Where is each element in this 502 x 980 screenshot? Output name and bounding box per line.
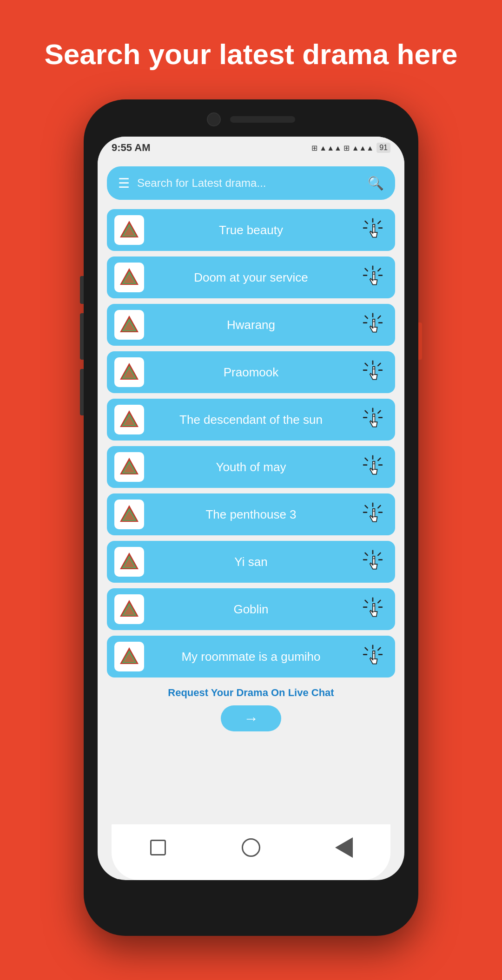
arrow-icon: →	[244, 710, 258, 727]
svg-line-31	[378, 363, 380, 366]
phone-screen: 9:55 AM ⊞ ▲▲▲ ⊞ ▲▲▲ 91 ☰ Search for Late…	[98, 137, 404, 880]
drama-list-item[interactable]: Praomook	[107, 351, 395, 393]
svg-rect-62	[373, 511, 375, 517]
phone-mockup: 9:55 AM ⊞ ▲▲▲ ⊞ ▲▲▲ 91 ☰ Search for Late…	[84, 99, 418, 936]
svg-line-41	[365, 411, 368, 413]
arrow-btn-container: →	[107, 705, 395, 731]
svg-rect-26	[373, 322, 375, 327]
drama-name: True beauty	[150, 223, 352, 237]
drama-name: My roommate is a gumiho	[150, 650, 352, 664]
svg-line-49	[378, 458, 380, 460]
phone-speaker	[230, 116, 295, 123]
nav-circle-icon	[242, 838, 260, 857]
svg-rect-89	[373, 653, 375, 659]
click-cursor-icon	[358, 357, 388, 387]
nav-triangle-icon	[335, 837, 353, 858]
drama-name: Praomook	[150, 365, 352, 380]
bottom-nav	[112, 824, 390, 880]
svg-rect-17	[373, 274, 375, 280]
svg-rect-53	[373, 464, 375, 469]
phone-camera-bar	[207, 112, 295, 126]
drama-name: Youth of may	[150, 460, 352, 474]
drama-icon	[114, 500, 144, 529]
drama-list-item[interactable]: The penthouse 3	[107, 493, 395, 535]
svg-line-32	[365, 363, 368, 366]
svg-line-50	[365, 458, 368, 460]
nav-back-button[interactable]	[146, 836, 170, 859]
page-title: Search your latest drama here	[16, 37, 485, 72]
drama-icon	[114, 215, 144, 245]
svg-line-77	[365, 600, 368, 603]
click-cursor-icon	[358, 215, 388, 245]
drama-icon	[114, 310, 144, 340]
svg-line-58	[378, 506, 380, 508]
nav-recent-button[interactable]	[332, 836, 356, 859]
app-content: ☰ Search for Latest drama... 🔍 True beau…	[98, 159, 404, 848]
search-placeholder[interactable]: Search for Latest drama...	[137, 177, 360, 190]
svg-line-5	[365, 221, 368, 224]
svg-line-85	[378, 648, 380, 650]
drama-list-item[interactable]: Goblin	[107, 588, 395, 630]
drama-name: Yi san	[150, 555, 352, 569]
click-cursor-icon	[358, 547, 388, 577]
drama-name: The penthouse 3	[150, 507, 352, 522]
drama-name: Goblin	[150, 602, 352, 617]
drama-icon	[114, 263, 144, 292]
svg-line-40	[378, 411, 380, 413]
volume-button	[418, 322, 422, 360]
arrow-button[interactable]: →	[221, 705, 281, 731]
drama-icon	[114, 642, 144, 671]
drama-list-item[interactable]: True beauty	[107, 209, 395, 251]
click-cursor-icon	[358, 263, 388, 292]
drama-list-item[interactable]: Youth of may	[107, 446, 395, 488]
phone-shell: 9:55 AM ⊞ ▲▲▲ ⊞ ▲▲▲ 91 ☰ Search for Late…	[84, 99, 418, 936]
drama-list-item[interactable]: My roommate is a gumiho	[107, 636, 395, 677]
drama-list-item[interactable]: Hwarang	[107, 304, 395, 346]
drama-name: The descendant of the sun	[150, 413, 352, 427]
svg-rect-8	[373, 227, 375, 232]
drama-name: Hwarang	[150, 318, 352, 332]
vol-down-button	[80, 369, 84, 415]
svg-rect-35	[373, 369, 375, 375]
click-cursor-icon	[358, 500, 388, 529]
drama-icon	[114, 452, 144, 482]
battery-icon: 91	[376, 143, 390, 153]
power-button	[80, 276, 84, 304]
phone-camera	[207, 112, 221, 126]
click-cursor-icon	[358, 642, 388, 671]
svg-line-4	[378, 221, 380, 224]
drama-icon	[114, 405, 144, 434]
search-bar[interactable]: ☰ Search for Latest drama... 🔍	[107, 166, 395, 200]
svg-line-67	[378, 553, 380, 555]
nav-square-icon	[150, 840, 166, 855]
drama-list-item[interactable]: The descendant of the sun	[107, 399, 395, 441]
click-cursor-icon	[358, 405, 388, 434]
drama-name: Doom at your service	[150, 270, 352, 285]
live-chat-link[interactable]: Request Your Drama On Live Chat	[107, 683, 395, 703]
drama-list-item[interactable]: Doom at your service	[107, 257, 395, 298]
svg-rect-44	[373, 416, 375, 422]
svg-line-23	[365, 316, 368, 318]
click-cursor-icon	[358, 594, 388, 624]
svg-line-76	[378, 600, 380, 603]
search-icon[interactable]: 🔍	[368, 176, 384, 191]
click-cursor-icon	[358, 310, 388, 340]
menu-icon[interactable]: ☰	[118, 176, 130, 191]
nav-home-button[interactable]	[239, 836, 263, 859]
svg-line-68	[365, 553, 368, 555]
drama-icon	[114, 357, 144, 387]
svg-line-13	[378, 269, 380, 271]
vol-up-button	[80, 313, 84, 360]
drama-list: True beauty Doom at your service	[107, 209, 395, 677]
signal-icons: ⊞ ▲▲▲ ⊞ ▲▲▲	[311, 144, 374, 152]
drama-icon	[114, 547, 144, 577]
svg-line-86	[365, 648, 368, 650]
drama-icon	[114, 594, 144, 624]
svg-rect-80	[373, 606, 375, 612]
status-time: 9:55 AM	[112, 142, 151, 154]
drama-list-item[interactable]: Yi san	[107, 541, 395, 583]
status-bar: 9:55 AM ⊞ ▲▲▲ ⊞ ▲▲▲ 91	[98, 137, 404, 159]
svg-line-22	[378, 316, 380, 318]
svg-line-14	[365, 269, 368, 271]
click-cursor-icon	[358, 452, 388, 482]
